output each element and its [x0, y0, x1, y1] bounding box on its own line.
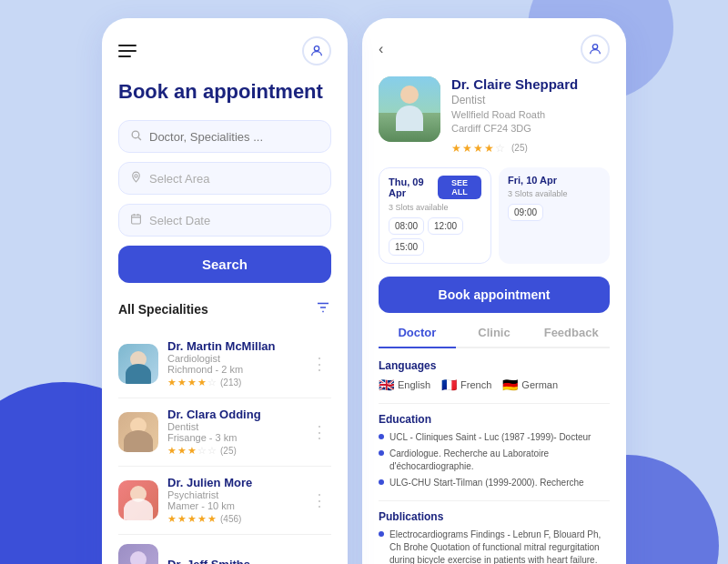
- slot-thursday[interactable]: Thu, 09 Apr SEE ALL 3 Slots available 08…: [379, 167, 491, 264]
- svg-point-1: [132, 132, 139, 139]
- detail-tabs: Doctor Clinic Feedback: [379, 326, 610, 348]
- education-section: Education UCL - Cliniques Saint - Luc (1…: [379, 413, 610, 489]
- bullet: [379, 531, 384, 537]
- education-list: UCL - Cliniques Saint - Luc (1987 -1999)…: [379, 431, 610, 489]
- list-item[interactable]: Dr. Martin McMillan Cardiologist Richmon…: [118, 330, 331, 398]
- area-select[interactable]: Select Area: [118, 162, 331, 195]
- specialities-header: All Specialities: [118, 299, 331, 319]
- user-avatar-icon[interactable]: [302, 36, 331, 65]
- rating-stars: ★★★ ★★ (456): [167, 513, 298, 525]
- doctor-info: Dr. Clara Odding Dentist Frisange - 3 km…: [167, 408, 298, 457]
- publication-text: Electrocardiograms Findings - Lebrun F, …: [389, 529, 610, 564]
- languages-row: 🇬🇧 English 🇫🇷 French 🇩🇪 German: [379, 378, 610, 392]
- time-chip[interactable]: 15:00: [389, 238, 424, 256]
- education-item: UCL - Cliniques Saint - Luc (1987 -1999)…: [379, 431, 610, 444]
- doctor-address: Wellfield Road RoathCardiff CF24 3DG: [451, 108, 610, 136]
- time-chips: 09:00: [508, 204, 601, 221]
- rating-row: ★ ★ ★ ★ ☆ (25): [451, 142, 610, 155]
- page-title: Book an appointment: [118, 80, 331, 104]
- svg-point-3: [135, 175, 137, 177]
- doctor-list: Dr. Martin McMillan Cardiologist Richmon…: [118, 330, 331, 564]
- lang-name: English: [398, 379, 430, 390]
- doctor-avatar: [118, 412, 158, 452]
- education-title: Education: [379, 413, 610, 426]
- publications-section: Publications Electrocardiograms Findings…: [379, 510, 610, 564]
- education-item: ULG-CHU Start-Tilman (1999-2000). Recher…: [379, 477, 610, 489]
- language-german: 🇩🇪 German: [502, 378, 558, 392]
- slot-friday[interactable]: Fri, 10 Apr 3 Slots available 09:00: [499, 167, 610, 264]
- filter-icon[interactable]: [315, 299, 331, 319]
- time-chip[interactable]: 09:00: [508, 204, 543, 221]
- see-all-button[interactable]: SEE ALL: [438, 176, 481, 199]
- education-text: ULG-CHU Start-Tilman (1999-2000). Recher…: [389, 477, 584, 489]
- section-title: All Specialities: [118, 302, 208, 317]
- doctor-info: Dr. Martin McMillan Cardiologist Richmon…: [167, 339, 298, 388]
- slot-availability: 3 Slots available: [508, 189, 601, 198]
- more-options-icon[interactable]: ⋮: [308, 418, 331, 446]
- rating-stars: ★ ★ ★ ★ ☆: [451, 142, 505, 155]
- time-chip[interactable]: 08:00: [389, 217, 424, 235]
- time-chip[interactable]: 12:00: [428, 217, 463, 235]
- doctor-location: Richmond - 2 km: [167, 364, 298, 375]
- languages-title: Languages: [379, 359, 610, 372]
- left-header: [118, 36, 331, 65]
- book-appointment-button[interactable]: Book appointment: [379, 277, 610, 313]
- more-options-icon[interactable]: ⋮: [308, 487, 331, 514]
- search-input[interactable]: [149, 130, 319, 144]
- lang-name: French: [460, 379, 491, 390]
- doctor-location: Frisange - 3 km: [167, 432, 298, 443]
- doctor-name: Dr. Julien More: [167, 476, 298, 489]
- doctor-name: Dr. Jeff Smiths: [167, 558, 331, 564]
- tab-doctor[interactable]: Doctor: [379, 326, 456, 348]
- date-select[interactable]: Select Date: [118, 204, 331, 237]
- language-english: 🇬🇧 English: [379, 378, 430, 392]
- lang-name: German: [521, 379, 558, 390]
- doctor-profile-photo: [379, 76, 440, 142]
- review-count: (25): [511, 143, 528, 153]
- doctor-specialty: Psychiatrist: [167, 489, 298, 500]
- detail-header: ‹: [379, 35, 610, 64]
- menu-icon[interactable]: [118, 45, 136, 57]
- doctor-specialty: Cardiologist: [167, 353, 298, 364]
- bullet: [379, 479, 384, 485]
- bullet: [379, 450, 384, 456]
- doctor-specialty: Dentist: [167, 421, 298, 432]
- doctor-name: Dr. Claire Sheppard: [451, 76, 610, 92]
- doctor-info: Dr. Jeff Smiths: [167, 558, 331, 564]
- doctor-avatar: [118, 544, 158, 564]
- list-item[interactable]: Dr. Julien More Psychiatrist Mamer - 10 …: [118, 467, 331, 535]
- rating-stars: ★★★ ☆☆ (25): [167, 445, 298, 457]
- svg-point-0: [314, 46, 318, 51]
- doctor-profile-info: Dr. Claire Sheppard Dentist Wellfield Ro…: [451, 76, 610, 155]
- tab-feedback[interactable]: Feedback: [532, 326, 610, 348]
- svg-rect-4: [132, 216, 141, 225]
- rating-stars: ★★★ ★☆ (213): [167, 377, 298, 388]
- slot-date: Fri, 10 Apr: [508, 175, 557, 186]
- list-item[interactable]: Dr. Jeff Smiths: [118, 535, 331, 564]
- area-placeholder: Select Area: [149, 172, 210, 186]
- doctor-profile: Dr. Claire Sheppard Dentist Wellfield Ro…: [379, 76, 610, 155]
- doctor-name: Dr. Martin McMillan: [167, 339, 298, 353]
- date-placeholder: Select Date: [149, 214, 210, 227]
- flag-uk: 🇬🇧: [379, 378, 394, 392]
- bullet: [379, 434, 384, 439]
- svg-point-11: [592, 45, 597, 49]
- svg-line-2: [138, 137, 141, 140]
- languages-section: Languages 🇬🇧 English 🇫🇷 French 🇩🇪 German: [379, 359, 610, 392]
- right-panel: ‹: [362, 18, 626, 564]
- search-button[interactable]: Search: [118, 246, 331, 283]
- location-icon: [130, 171, 142, 186]
- publications-title: Publications: [379, 510, 610, 523]
- back-button[interactable]: ‹: [379, 41, 383, 57]
- search-icon: [130, 129, 142, 144]
- search-field[interactable]: [118, 120, 331, 153]
- list-item[interactable]: Dr. Clara Odding Dentist Frisange - 3 km…: [118, 398, 331, 467]
- slot-availability: 3 Slots available: [389, 203, 481, 212]
- user-avatar-icon[interactable]: [581, 35, 610, 64]
- publication-item: Electrocardiograms Findings - Lebrun F, …: [379, 529, 610, 564]
- doctor-info: Dr. Julien More Psychiatrist Mamer - 10 …: [167, 476, 298, 525]
- more-options-icon[interactable]: ⋮: [308, 350, 331, 378]
- doctor-location: Mamer - 10 km: [167, 500, 298, 511]
- tab-clinic[interactable]: Clinic: [456, 326, 533, 348]
- slots-section: Thu, 09 Apr SEE ALL 3 Slots available 08…: [379, 167, 610, 264]
